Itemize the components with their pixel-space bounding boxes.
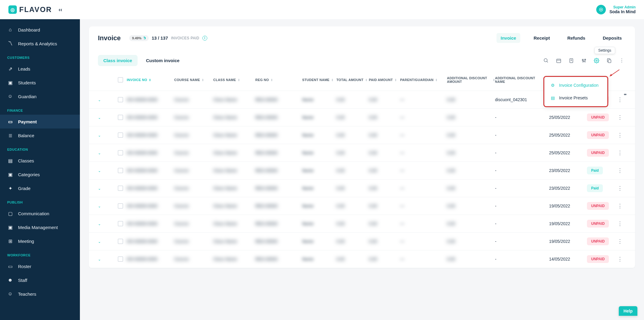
row-checkbox[interactable] bbox=[118, 132, 123, 138]
cell-course: Course bbox=[174, 186, 189, 191]
cell-guardian: — bbox=[400, 186, 404, 191]
cell-date: 19/05/2022 bbox=[549, 221, 570, 226]
cell-paid: 0.00 bbox=[369, 168, 377, 173]
sidebar-item-reports[interactable]: 〽 Reports & Analytics bbox=[0, 37, 80, 50]
row-actions-icon[interactable]: ⋮ bbox=[617, 238, 623, 244]
row-checkbox[interactable] bbox=[118, 97, 123, 102]
tab-deposits[interactable]: Deposits bbox=[599, 33, 626, 43]
cell-add-disc-name: - bbox=[495, 257, 497, 261]
progress-badge: 9.49% 13 / 137 INVOICES PAID i bbox=[129, 35, 207, 41]
cell-invoice-no: INV-00000-0000 bbox=[127, 204, 157, 208]
sidebar-item-communication[interactable]: ▢Communication bbox=[0, 207, 80, 220]
th-paid-amount[interactable]: PAID AMOUNT▲▼ bbox=[369, 78, 400, 82]
progress-label: INVOICES PAID bbox=[171, 36, 199, 40]
select-all-checkbox[interactable] bbox=[118, 77, 123, 83]
row-actions-icon[interactable]: ⋮ bbox=[617, 256, 623, 262]
expand-row-icon[interactable]: ⌄ bbox=[98, 222, 101, 226]
th-parent-guardian[interactable]: PARENT/GUARDIAN▲▼ bbox=[400, 78, 447, 82]
th-class-name[interactable]: CLASS NAME▲▼ bbox=[213, 78, 255, 82]
subtab-custom-invoice[interactable]: Custom invoice bbox=[141, 55, 185, 66]
th-invoice-no[interactable]: INVOICE NO▲▼ bbox=[127, 78, 174, 82]
th-student-name[interactable]: STUDENT NAME▲▼ bbox=[302, 78, 336, 82]
dropdown-invoice-presets[interactable]: ▤ Invoice Presets bbox=[545, 92, 607, 104]
cell-total: 0.00 bbox=[336, 204, 345, 208]
expand-row-icon[interactable]: ⌄ bbox=[98, 98, 101, 102]
sidebar-item-payment[interactable]: ▭Payment bbox=[0, 115, 80, 128]
sidebar-item-roster[interactable]: ▭Roster bbox=[0, 259, 80, 273]
sidebar-item-categories[interactable]: ▣Categories bbox=[0, 168, 80, 181]
row-checkbox[interactable] bbox=[118, 186, 123, 191]
document-icon[interactable] bbox=[568, 58, 574, 64]
th-additional-discount-name[interactable]: ADDITIONAL DISCOUNT NAME▲▼ bbox=[495, 76, 549, 83]
row-actions-icon[interactable]: ⋮ bbox=[617, 221, 623, 227]
sidebar-item-leads[interactable]: ⇗Leads bbox=[0, 62, 80, 76]
row-checkbox[interactable] bbox=[118, 168, 123, 173]
calendar-icon[interactable] bbox=[556, 58, 562, 64]
main-content: Invoice 9.49% 13 / 137 INVOICES PAID i I… bbox=[80, 19, 644, 320]
expand-row-icon[interactable]: ⌄ bbox=[98, 151, 101, 155]
expand-row-icon[interactable]: ⌄ bbox=[98, 169, 101, 173]
table-row: ⌄ INV-00000-0000 Course Class Name REG-0… bbox=[89, 162, 635, 180]
expand-row-icon[interactable]: ⌄ bbox=[98, 204, 101, 208]
copy-icon[interactable] bbox=[606, 58, 612, 64]
row-checkbox[interactable] bbox=[118, 150, 123, 155]
row-checkbox[interactable] bbox=[118, 256, 123, 262]
th-total-amount[interactable]: TOTAL AMOUNT▲▼ bbox=[336, 78, 369, 82]
top-tabs: Invoice Receipt Refunds Deposits bbox=[497, 33, 626, 43]
dropdown-invoice-configuration[interactable]: ⚙ Invoice Configuration bbox=[545, 79, 607, 92]
th-additional-discount-amount[interactable]: ADDITIONAL DISCOUNT AMOUNT▲▼ bbox=[447, 76, 495, 83]
cell-paid: 0.00 bbox=[369, 204, 377, 208]
sidebar-item-balance[interactable]: ≣Balance bbox=[0, 128, 80, 142]
cell-guardian: — bbox=[400, 204, 404, 208]
row-actions-icon[interactable]: ⋮ bbox=[617, 97, 623, 103]
search-icon[interactable] bbox=[543, 58, 549, 64]
info-icon[interactable]: i bbox=[202, 36, 207, 41]
row-checkbox[interactable] bbox=[118, 221, 123, 226]
sidebar-item-teachers[interactable]: ☺Teachers bbox=[0, 287, 80, 301]
row-actions-icon[interactable]: ⋮ bbox=[617, 114, 623, 120]
sidebar-item-meeting[interactable]: ⊞Meeting bbox=[0, 234, 80, 248]
user-area[interactable]: Super Admin Soda In Mind bbox=[596, 5, 636, 14]
sidebar-item-grade[interactable]: ✦Grade bbox=[0, 181, 80, 195]
dropdown-item-label: Invoice Presets bbox=[559, 95, 588, 100]
th-course-name[interactable]: COURSE NAME▲▼ bbox=[174, 78, 213, 82]
row-actions-icon[interactable]: ⋮ bbox=[617, 168, 623, 174]
expand-row-icon[interactable]: ⌄ bbox=[98, 240, 101, 244]
cell-add-disc-amount: 0.00 bbox=[447, 150, 455, 155]
cell-class: Class Name bbox=[213, 204, 237, 208]
cell-reg: REG-00000 bbox=[255, 168, 278, 173]
th-reg-no[interactable]: REG NO▲▼ bbox=[255, 78, 302, 82]
status-badge: UNPAID bbox=[587, 237, 609, 245]
subtab-class-invoice[interactable]: Class invoice bbox=[98, 55, 138, 66]
row-actions-icon[interactable]: ⋮ bbox=[617, 132, 623, 138]
th-label: TOTAL AMOUNT bbox=[336, 78, 363, 82]
expand-row-icon[interactable]: ⌄ bbox=[98, 116, 101, 120]
sidebar-item-students[interactable]: ▣Students bbox=[0, 76, 80, 89]
th-label: ADDITIONAL DISCOUNT AMOUNT bbox=[447, 76, 491, 83]
expand-row-icon[interactable]: ⌄ bbox=[98, 257, 101, 261]
row-checkbox[interactable] bbox=[118, 203, 123, 209]
svg-point-2 bbox=[544, 59, 547, 62]
sidebar-item-dashboard[interactable]: ⌂ Dashboard bbox=[0, 23, 80, 37]
settings-icon[interactable] bbox=[594, 58, 600, 64]
collapse-sidebar-icon[interactable]: ‹‹ bbox=[59, 7, 62, 13]
tab-receipt[interactable]: Receipt bbox=[529, 33, 554, 43]
row-checkbox[interactable] bbox=[118, 239, 123, 244]
sidebar-item-classes[interactable]: ▤Classes bbox=[0, 154, 80, 168]
row-actions-icon[interactable]: ⋮ bbox=[617, 203, 623, 209]
row-actions-icon[interactable]: ⋮ bbox=[617, 150, 623, 156]
columns-more-icon[interactable]: •• bbox=[624, 92, 626, 97]
help-button[interactable]: Help bbox=[619, 306, 637, 316]
filter-icon[interactable] bbox=[581, 58, 587, 64]
tab-invoice[interactable]: Invoice bbox=[497, 33, 521, 43]
row-checkbox[interactable] bbox=[118, 115, 123, 120]
more-icon[interactable]: ⋮ bbox=[619, 58, 625, 64]
sidebar-item-guardian[interactable]: ☺Guardian bbox=[0, 89, 80, 103]
expand-row-icon[interactable]: ⌄ bbox=[98, 133, 101, 137]
sidebar-item-staff[interactable]: ☻Staff bbox=[0, 273, 80, 287]
row-actions-icon[interactable]: ⋮ bbox=[617, 185, 623, 191]
expand-row-icon[interactable]: ⌄ bbox=[98, 186, 101, 191]
tab-refunds[interactable]: Refunds bbox=[563, 33, 590, 43]
subheader-row: Class invoice Custom invoice bbox=[89, 50, 635, 66]
sidebar-item-media[interactable]: ▣Media Management bbox=[0, 220, 80, 234]
